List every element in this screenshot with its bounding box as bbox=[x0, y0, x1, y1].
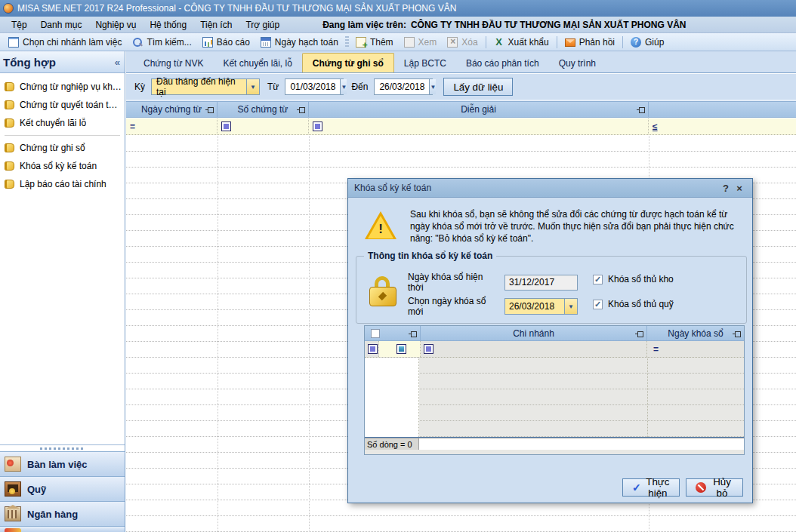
column-header-chi-nhanh[interactable]: Chi nhánh bbox=[421, 326, 647, 340]
menu-tien-ich[interactable]: Tiện ích bbox=[193, 18, 239, 32]
chevron-down-icon[interactable]: ▼ bbox=[246, 79, 259, 94]
new-lock-date-picker[interactable]: 26/03/2018 ▼ bbox=[504, 298, 578, 315]
branch-grid-row[interactable] bbox=[365, 421, 744, 437]
sidebar-section-ngan-hang[interactable]: Ngân hàng bbox=[0, 501, 125, 526]
lock-cash-checkbox[interactable]: ✓ bbox=[593, 300, 603, 309]
select-all-checkbox[interactable] bbox=[371, 329, 380, 338]
cancel-button[interactable]: Hủy bỏ bbox=[686, 478, 743, 497]
pin-icon[interactable] bbox=[733, 331, 741, 337]
feedback-button[interactable]: Phản hồi bbox=[560, 35, 620, 49]
add-button[interactable]: Thêm bbox=[350, 35, 399, 49]
view-button[interactable]: Xem bbox=[399, 35, 443, 49]
tab-chung-tu-ghi-so[interactable]: Chứng từ ghi sổ bbox=[302, 53, 394, 72]
from-label: Từ bbox=[267, 81, 279, 92]
report-button[interactable]: Báo cáo bbox=[197, 35, 255, 49]
search-button[interactable]: Tìm kiếm... bbox=[127, 35, 196, 49]
export-button[interactable]: X Xuất khẩu bbox=[489, 35, 554, 49]
sidebar-collapse-icon[interactable]: « bbox=[115, 57, 120, 68]
filter-type-icon[interactable] bbox=[221, 121, 231, 131]
column-header-dien-giai[interactable]: Diễn giải bbox=[309, 102, 649, 117]
column-header-ngay-chung-tu[interactable]: Ngày chứng từ bbox=[126, 102, 218, 117]
pin-icon[interactable] bbox=[635, 331, 643, 337]
load-data-button[interactable]: Lấy dữ liệu bbox=[443, 78, 513, 96]
branch-grid-body[interactable] bbox=[365, 358, 744, 438]
view-icon bbox=[404, 37, 415, 48]
to-date-picker[interactable]: 26/03/2018 ▼ bbox=[374, 78, 433, 95]
lock-stock-checkbox[interactable]: ✓ bbox=[593, 275, 603, 284]
lock-cash-label: Khóa sổ thủ quỹ bbox=[608, 299, 674, 309]
column-header-empty[interactable] bbox=[649, 102, 796, 117]
filter-type-icon[interactable] bbox=[396, 344, 406, 354]
period-combobox[interactable]: Đầu tháng đến hiện tại ▼ bbox=[151, 78, 260, 95]
filter-cell-empty[interactable]: ≤ bbox=[649, 118, 796, 134]
column-header-select-all[interactable] bbox=[365, 326, 421, 340]
sidebar-section-partial[interactable] bbox=[0, 526, 125, 532]
lock-stock-label: Khóa sổ thủ kho bbox=[608, 274, 674, 284]
grid-row[interactable] bbox=[126, 152, 796, 168]
sidebar-item-chung-tu-nghiep-vu-khac[interactable]: Chứng từ nghiệp vụ khác bbox=[0, 78, 125, 96]
pin-icon[interactable] bbox=[409, 331, 417, 337]
filter-type-icon[interactable] bbox=[368, 344, 378, 354]
sidebar-section-quy[interactable]: Quỹ bbox=[0, 476, 125, 501]
tab-lap-bctc[interactable]: Lập BCTC bbox=[394, 54, 456, 72]
menu-nghiep-vu[interactable]: Nghiệp vụ bbox=[88, 18, 143, 32]
sidebar-section-ban-lam-viec[interactable]: Bàn làm việc bbox=[0, 451, 125, 476]
menu-he-thong[interactable]: Hệ thống bbox=[143, 18, 193, 32]
pin-icon[interactable] bbox=[297, 107, 305, 113]
branch-icon bbox=[8, 37, 19, 48]
filter-cell-select[interactable] bbox=[379, 341, 421, 357]
dialog-buttons: ✓ Thực hiện Hủy bỏ bbox=[348, 478, 743, 497]
execute-button[interactable]: ✓ Thực hiện bbox=[622, 478, 680, 497]
sidebar-item-chung-tu-quyet-toan[interactable]: Chứng từ quyết toán tạm ứn... bbox=[0, 96, 125, 114]
branch-grid-row[interactable] bbox=[365, 358, 744, 374]
sidebar-item-chung-tu-ghi-so[interactable]: Chứng từ ghi sổ bbox=[0, 139, 125, 157]
from-date-picker[interactable]: 01/03/2018 ▼ bbox=[285, 78, 344, 95]
menu-danh-muc[interactable]: Danh mục bbox=[34, 18, 89, 32]
grid-row[interactable] bbox=[126, 136, 796, 152]
branch-grid-row[interactable] bbox=[365, 405, 744, 421]
tab-bao-cao-phan-tich[interactable]: Báo cáo phân tích bbox=[456, 54, 549, 72]
sidebar-item-lap-bao-cao-tai-chinh[interactable]: Lập báo cáo tài chính bbox=[0, 175, 125, 193]
filter-type-icon[interactable] bbox=[424, 344, 433, 354]
pin-icon[interactable] bbox=[205, 107, 214, 113]
chevron-down-icon[interactable]: ▼ bbox=[340, 79, 347, 94]
bank-icon bbox=[5, 506, 21, 521]
less-equal-operator-icon[interactable]: ≤ bbox=[653, 121, 658, 132]
column-header-ngay-khoa-so[interactable]: Ngày khóa sổ bbox=[647, 326, 744, 340]
tab-chung-tu-nvk[interactable]: Chứng từ NVK bbox=[134, 54, 213, 72]
sidebar-splitter[interactable] bbox=[0, 444, 125, 451]
column-header-so-chung-tu[interactable]: Số chứng từ bbox=[218, 102, 309, 117]
equals-operator-icon[interactable]: = bbox=[653, 344, 659, 355]
equals-operator-icon[interactable]: = bbox=[130, 121, 135, 132]
posting-date-button[interactable]: Ngày hạch toán bbox=[255, 35, 344, 49]
chevron-down-icon[interactable]: ▼ bbox=[564, 299, 577, 314]
dialog-help-icon[interactable]: ? bbox=[719, 183, 733, 194]
tab-quy-trinh[interactable]: Quy trình bbox=[549, 54, 606, 72]
filter-cell-dien-giai[interactable] bbox=[309, 118, 649, 134]
dialog-title-bar[interactable]: Khóa sổ kỳ kế toán ? × bbox=[348, 179, 752, 198]
pin-icon[interactable] bbox=[637, 107, 645, 113]
sidebar-item-khoa-so-ky-ke-toan[interactable]: Khóa sổ kỳ kế toán bbox=[0, 157, 125, 175]
groupbox-title: Thông tin khóa sổ kỳ kế toán bbox=[364, 251, 496, 261]
branch-grid-row[interactable] bbox=[365, 389, 744, 405]
filter-cell-chi-nhanh[interactable] bbox=[421, 341, 647, 357]
filter-cell-ngay-khoa-so[interactable]: = bbox=[647, 341, 744, 357]
help-button[interactable]: ? Giúp bbox=[625, 35, 669, 49]
choose-branch-button[interactable]: Chọn chi nhánh làm việc bbox=[3, 35, 127, 49]
menu-tro-giup[interactable]: Trợ giúp bbox=[239, 18, 286, 32]
branch-grid-row[interactable] bbox=[365, 374, 744, 389]
filter-cell-so-chung-tu[interactable] bbox=[218, 118, 309, 134]
filter-cell-ngay-chung-tu[interactable]: = bbox=[126, 118, 218, 134]
tab-ket-chuyen-lai-lo[interactable]: Kết chuyển lãi, lỗ bbox=[213, 54, 301, 72]
menu-tep[interactable]: Tệp bbox=[5, 18, 34, 32]
grid-row[interactable] bbox=[126, 516, 796, 532]
branch-grid-row[interactable] bbox=[365, 437, 744, 438]
toolbar-separator bbox=[557, 36, 557, 48]
delete-button[interactable]: Xóa bbox=[442, 35, 483, 49]
sidebar-item-ket-chuyen-lai-lo[interactable]: Kết chuyển lãi lỗ bbox=[0, 114, 125, 132]
filter-cell-indicator[interactable] bbox=[365, 341, 379, 357]
column-separator bbox=[218, 136, 218, 532]
close-icon[interactable]: × bbox=[733, 183, 746, 194]
filter-type-icon[interactable] bbox=[313, 121, 322, 131]
chevron-down-icon[interactable]: ▼ bbox=[429, 79, 436, 94]
